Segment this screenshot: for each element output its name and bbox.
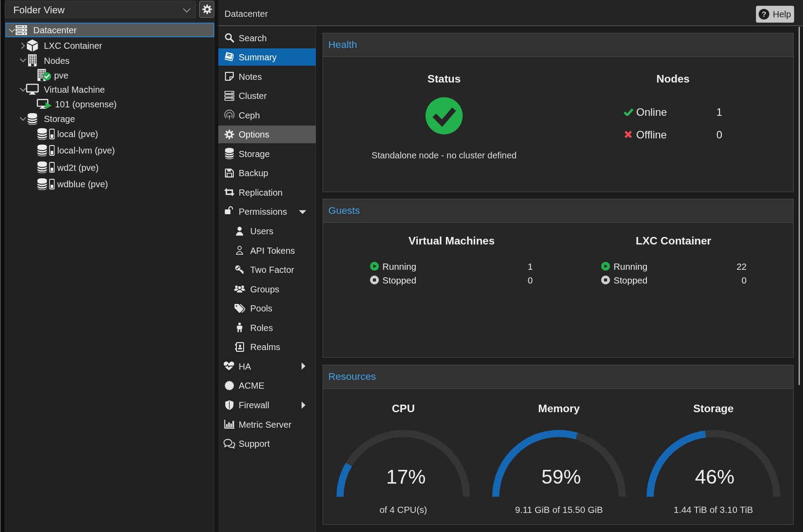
svg-text:?: ? [762,10,766,18]
